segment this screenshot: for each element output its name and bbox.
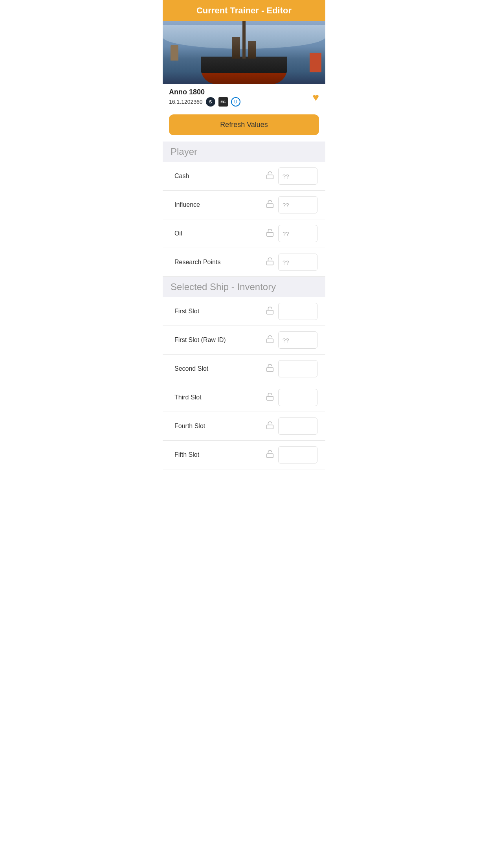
item-label-research_points: Research Points — [174, 259, 266, 266]
steam-platform-icon[interactable]: S — [206, 97, 215, 107]
item-row-second_slot: Second Slot — [163, 355, 325, 383]
app-title: Current Trainer - Editor — [196, 6, 292, 15]
lock-icon-second_slot[interactable] — [266, 364, 278, 374]
item-row-third_slot: Third Slot — [163, 383, 325, 412]
svg-rect-4 — [267, 310, 273, 314]
svg-rect-0 — [267, 175, 273, 179]
item-label-influence: Influence — [174, 201, 266, 208]
svg-rect-5 — [267, 339, 273, 343]
item-row-first_slot: First Slot — [163, 297, 325, 326]
game-info-row: Anno 1800 16.1.1202360 S EG U ♥ — [163, 84, 325, 110]
item-row-oil: Oil — [163, 219, 325, 248]
section-title-selected_ship_inventory: Selected Ship - Inventory — [171, 281, 276, 292]
value-input-third_slot[interactable] — [278, 389, 317, 406]
item-row-cash: Cash — [163, 162, 325, 191]
item-label-fifth_slot: Fifth Slot — [174, 451, 266, 458]
item-row-first_slot_raw: First Slot (Raw ID) — [163, 326, 325, 355]
sections-container: PlayerCash Influence Oil Research Points… — [163, 142, 325, 469]
banner-smokestack-1 — [232, 37, 240, 59]
game-banner — [163, 21, 325, 84]
lock-icon-fifth_slot[interactable] — [266, 450, 278, 460]
value-input-cash[interactable] — [278, 167, 317, 185]
refresh-button[interactable]: Refresh Values — [169, 114, 319, 135]
epic-platform-icon[interactable]: EG — [218, 97, 228, 107]
svg-rect-9 — [267, 454, 273, 458]
item-label-third_slot: Third Slot — [174, 394, 266, 401]
item-label-fourth_slot: Fourth Slot — [174, 423, 266, 430]
lock-icon-cash[interactable] — [266, 171, 278, 181]
svg-rect-6 — [267, 368, 273, 371]
item-row-fourth_slot: Fourth Slot — [163, 412, 325, 441]
value-input-oil[interactable] — [278, 225, 317, 242]
svg-rect-2 — [267, 232, 273, 236]
app-header: Current Trainer - Editor — [163, 0, 325, 21]
lock-icon-first_slot[interactable] — [266, 306, 278, 316]
ubisoft-platform-icon[interactable]: U — [231, 97, 240, 107]
banner-building — [310, 53, 321, 72]
item-row-research_points: Research Points — [163, 248, 325, 277]
item-label-first_slot: First Slot — [174, 308, 266, 315]
lock-icon-influence[interactable] — [266, 200, 278, 210]
lock-icon-fourth_slot[interactable] — [266, 421, 278, 431]
game-version: 16.1.1202360 — [169, 99, 203, 105]
item-label-cash: Cash — [174, 173, 266, 180]
svg-rect-1 — [267, 204, 273, 208]
svg-rect-8 — [267, 425, 273, 429]
item-row-influence: Influence — [163, 191, 325, 219]
banner-mast — [242, 21, 246, 59]
value-input-second_slot[interactable] — [278, 360, 317, 377]
value-input-first_slot_raw[interactable] — [278, 331, 317, 349]
item-label-oil: Oil — [174, 230, 266, 237]
lock-icon-research_points[interactable] — [266, 257, 278, 267]
banner-smokestack-2 — [248, 41, 256, 59]
favorite-icon[interactable]: ♥ — [312, 91, 319, 104]
section-title-player: Player — [171, 146, 197, 157]
lock-icon-first_slot_raw[interactable] — [266, 335, 278, 345]
banner-ship-hull — [201, 57, 287, 84]
svg-rect-7 — [267, 396, 273, 400]
item-row-fifth_slot: Fifth Slot — [163, 441, 325, 469]
value-input-fourth_slot[interactable] — [278, 417, 317, 435]
value-input-research_points[interactable] — [278, 254, 317, 271]
lock-icon-third_slot[interactable] — [266, 392, 278, 403]
game-name: Anno 1800 — [169, 88, 240, 96]
section-header-player: Player — [163, 142, 325, 162]
item-label-second_slot: Second Slot — [174, 365, 266, 372]
game-info-left: Anno 1800 16.1.1202360 S EG U — [169, 88, 240, 107]
value-input-first_slot[interactable] — [278, 303, 317, 320]
banner-figure — [171, 45, 178, 61]
section-header-selected_ship_inventory: Selected Ship - Inventory — [163, 277, 325, 297]
value-input-influence[interactable] — [278, 196, 317, 213]
svg-rect-3 — [267, 261, 273, 265]
value-input-fifth_slot[interactable] — [278, 446, 317, 463]
item-label-first_slot_raw: First Slot (Raw ID) — [174, 337, 266, 344]
lock-icon-oil[interactable] — [266, 228, 278, 239]
game-version-row: 16.1.1202360 S EG U — [169, 97, 240, 107]
